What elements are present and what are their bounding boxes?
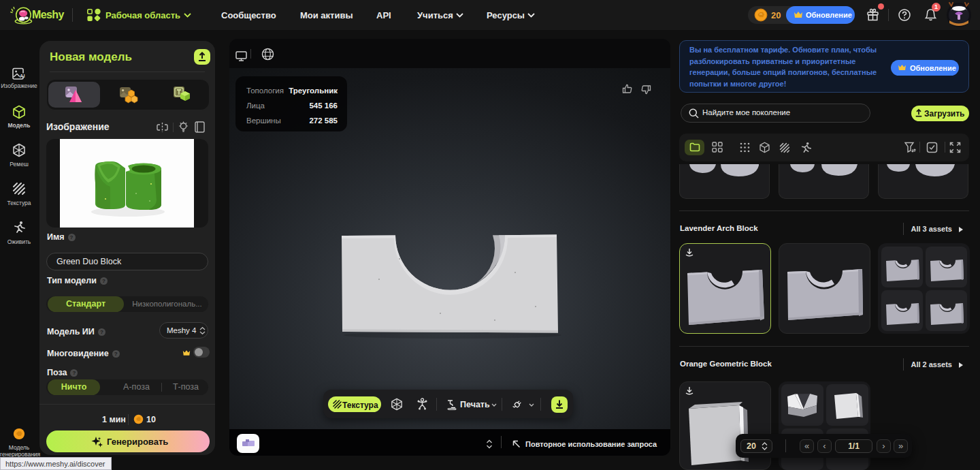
svg-text:AI: AI (20, 73, 25, 79)
